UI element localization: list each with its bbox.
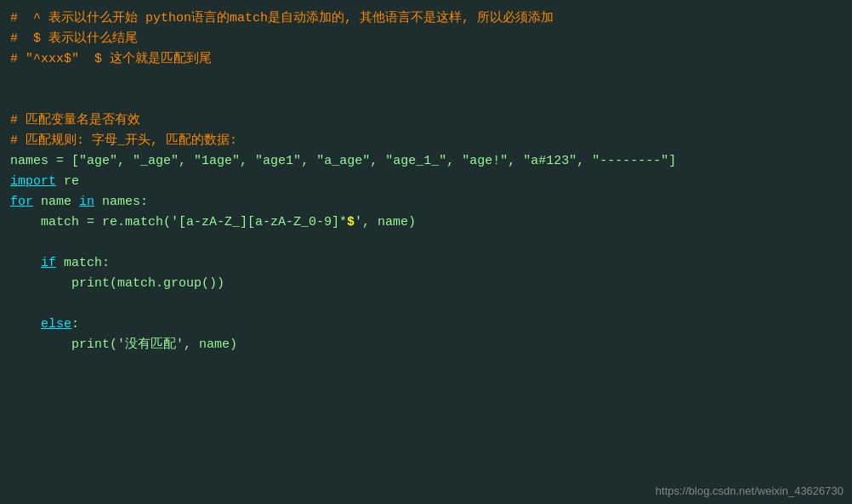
empty-line-3 xyxy=(10,233,842,253)
line-8: names = ["age", "_age", "1age", "age1", … xyxy=(10,151,842,172)
empty-line-2 xyxy=(10,90,842,110)
line-2: # $ 表示以什么结尾 xyxy=(10,29,842,49)
line-3: # "^xxx$" $ 这个就是匹配到尾 xyxy=(10,49,842,70)
watermark: https://blog.csdn.net/weixin_43626730 xyxy=(656,484,843,497)
line-6: # 匹配变量名是否有效 xyxy=(10,110,842,131)
code-block: # ^ 表示以什么开始 python语言的match是自动添加的, 其他语言不是… xyxy=(0,0,852,504)
line-14: print(match.group()) xyxy=(10,274,842,294)
line-16: else: xyxy=(10,314,842,335)
line-13: if match: xyxy=(10,253,842,274)
line-1: # ^ 表示以什么开始 python语言的match是自动添加的, 其他语言不是… xyxy=(10,8,842,29)
line-11: match = re.match('[a-zA-Z_][a-zA-Z_0-9]*… xyxy=(10,212,842,233)
line-7: # 匹配规则: 字母_开头, 匹配的数据: xyxy=(10,131,842,151)
line-10: for name in names: xyxy=(10,192,842,212)
line-17: print('没有匹配', name) xyxy=(10,335,842,355)
empty-line-4 xyxy=(10,294,842,314)
empty-line-1 xyxy=(10,70,842,90)
line-9: import re xyxy=(10,172,842,192)
